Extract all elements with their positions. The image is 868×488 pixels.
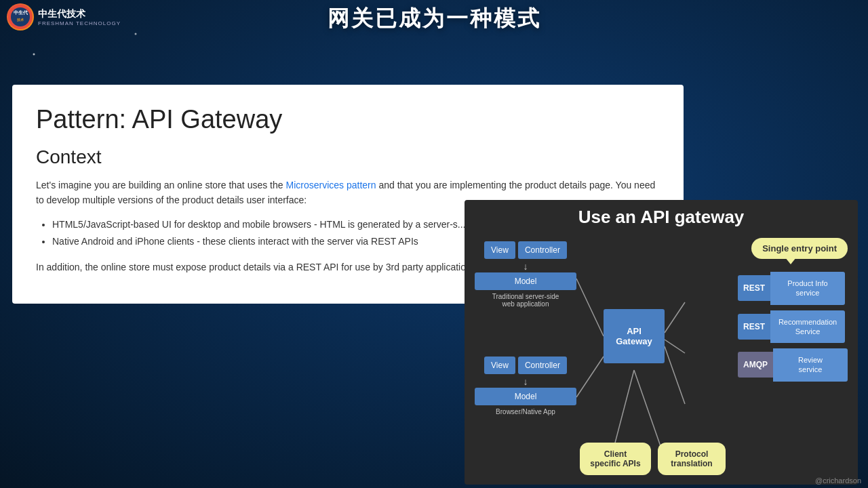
microservices-link[interactable]: Microservices pattern — [285, 180, 376, 190]
logo-icon: 中生代 技术 — [7, 3, 34, 30]
service-label-recommendation: RecommendationService — [770, 310, 845, 344]
service-label-product: Product Infoservice — [770, 272, 845, 305]
svg-text:技术: 技术 — [16, 18, 24, 22]
controller-box-bottom: Controller — [518, 357, 567, 374]
rest-badge-product: REST — [738, 275, 770, 301]
view-box-top: View — [484, 241, 515, 259]
svg-line-28 — [576, 357, 604, 397]
header: 中生代 技术 中生代技术 FRESHMAN TECHNOLOGY 网关已成为一种… — [0, 0, 868, 37]
service-row-product: REST Product Infoservice — [738, 272, 848, 305]
client-apis-bubble: Clientspecific APIs — [580, 443, 651, 475]
service-row-recommendation: REST RecommendationService — [738, 310, 848, 344]
service-label-review: Reviewservice — [773, 348, 848, 382]
services-column: REST Product Infoservice REST Recommenda… — [738, 272, 848, 382]
arrow-down-top: ↓ — [475, 262, 576, 271]
view-box-bottom: View — [484, 357, 515, 374]
logo-cn: 中生代技术 — [38, 8, 121, 20]
mvc-bottom-row: View Controller — [475, 357, 576, 374]
mvc-top-label: Traditional server-sideweb application — [475, 293, 576, 308]
logo: 中生代 技术 中生代技术 FRESHMAN TECHNOLOGY — [7, 3, 121, 30]
diagram-panel: Use an API gateway View Controller ↓ — [465, 200, 858, 485]
protocol-translation-bubble: Protocoltranslation — [658, 443, 726, 475]
pattern-title: Pattern: API Gateway — [36, 105, 660, 134]
svg-line-32 — [614, 370, 634, 448]
rest-badge-recommendation: REST — [738, 314, 770, 340]
svg-point-0 — [33, 54, 35, 56]
mvc-top-row: View Controller — [475, 241, 576, 259]
watermark: @crichardson — [815, 476, 861, 485]
mvc-top-block: View Controller ↓ Model Traditional serv… — [475, 241, 576, 308]
context-title: Context — [36, 146, 660, 168]
service-row-review: AMQP Reviewservice — [738, 348, 848, 382]
svg-line-31 — [665, 346, 685, 404]
diagram-body: View Controller ↓ Model Traditional serv… — [471, 235, 851, 479]
mvc-bottom-block: View Controller ↓ Model Browser/Native A… — [475, 357, 576, 415]
logo-text: 中生代技术 FRESHMAN TECHNOLOGY — [38, 8, 121, 26]
diagram-title: Use an API gateway — [471, 207, 851, 228]
svg-line-33 — [634, 370, 661, 448]
svg-line-30 — [665, 340, 685, 353]
svg-line-29 — [665, 302, 685, 333]
controller-box-top: Controller — [518, 241, 567, 259]
model-box-top: Model — [475, 272, 576, 290]
logo-en: FRESHMAN TECHNOLOGY — [38, 20, 121, 26]
api-gateway-box: APIGateway — [604, 309, 665, 363]
svg-line-27 — [576, 279, 604, 336]
context-text-before-link: Let's imagine you are building an online… — [36, 180, 283, 190]
model-box-bottom: Model — [475, 388, 576, 405]
amqp-badge-review: AMQP — [738, 352, 773, 378]
svg-text:中生代: 中生代 — [14, 9, 28, 15]
mvc-bottom-label: Browser/Native App — [475, 408, 576, 415]
entry-point-bubble: Single entry point — [751, 238, 848, 259]
page-title: 网关已成为一种模式 — [328, 4, 541, 34]
arrow-down-bottom: ↓ — [475, 377, 576, 386]
bottom-bubbles: Clientspecific APIs Protocoltranslation — [580, 443, 726, 475]
